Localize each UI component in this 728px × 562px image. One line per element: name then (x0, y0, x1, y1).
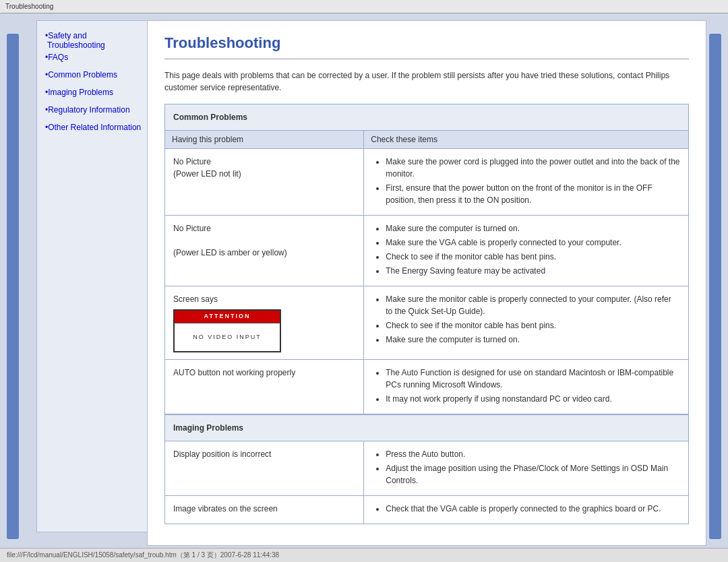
sidebar-link-safety[interactable]: •Safety and Troubleshooting (45, 31, 148, 50)
status-bar: file:///F/lcd/manual/ENGLISH/15058/safet… (0, 548, 728, 562)
table-row: AUTO button not working properly The Aut… (165, 360, 689, 414)
attention-body: NO VIDEO INPUT (175, 323, 280, 352)
intro-text: This page deals with problems that can b… (164, 69, 689, 94)
sidebar-group-safety: •Safety and Troubleshooting •FAQs (45, 31, 148, 62)
solution-item: Check that the VGA cable is properly con… (386, 503, 680, 515)
table-row: No Picture(Power LED is amber or yellow)… (165, 216, 689, 286)
title-divider (164, 59, 689, 59)
table-row: Image vibrates on the screen Check that … (165, 496, 689, 524)
solution-cell: The Auto Function is designed for use on… (364, 360, 689, 414)
solution-cell: Press the Auto button. Adjust the image … (364, 441, 689, 496)
problem-cell: No Picture(Power LED is amber or yellow) (165, 216, 364, 286)
sidebar-link-imaging-problems[interactable]: •Imaging Problems (45, 88, 148, 97)
table-row: No Picture(Power LED not lit) Make sure … (165, 149, 689, 216)
right-decoration-bar (709, 34, 721, 539)
imaging-problems-header: Imaging Problems (165, 415, 689, 441)
solution-item: Press the Auto button. (386, 448, 680, 460)
sidebar-group-common: •Common Problems (45, 70, 148, 80)
solution-cell: Make sure the monitor cable is properly … (364, 286, 689, 360)
sidebar-link-regulatory[interactable]: •Regulatory Information (45, 105, 148, 115)
screen-says-label: Screen says (173, 294, 218, 304)
solution-cell: Check that the VGA cable is properly con… (364, 496, 689, 524)
common-problems-table: Common Problems Having this problem Chec… (164, 104, 689, 414)
solution-item: First, ensure that the power button on t… (386, 182, 680, 206)
solution-item: Make sure the VGA cable is properly conn… (386, 237, 680, 249)
problem-cell: Image vibrates on the screen (165, 496, 364, 524)
sidebar: •Safety and Troubleshooting •FAQs •Commo… (36, 20, 156, 532)
problem-cell: No Picture(Power LED not lit) (165, 149, 364, 216)
footer-text: file:///F/lcd/manual/ENGLISH/15058/safet… (7, 551, 279, 559)
main-content: Troubleshooting This page deals with pro… (147, 20, 706, 546)
problem-cell: Display position is incorrect (165, 441, 364, 496)
imaging-problems-table: Imaging Problems Display position is inc… (164, 414, 689, 524)
col-header-solution: Check these items (364, 131, 689, 149)
solution-item: Make sure the monitor cable is properly … (386, 293, 680, 317)
solution-item: Check to see if the monitor cable has be… (386, 251, 680, 263)
attention-box: ATTENTION NO VIDEO INPUT (173, 309, 281, 352)
solution-item: Check to see if the monitor cable has be… (386, 319, 680, 332)
sidebar-link-other[interactable]: •Other Related Information (45, 123, 148, 132)
problem-cell: AUTO button not working properly (165, 360, 364, 414)
table-row: Display position is incorrect Press the … (165, 441, 689, 496)
sidebar-link-faqs[interactable]: •FAQs (45, 53, 148, 62)
solution-cell: Make sure the computer is turned on. Mak… (364, 216, 689, 286)
sidebar-group-other: •Other Related Information (45, 123, 148, 132)
solution-item: Make sure the computer is turned on. (386, 334, 680, 346)
left-decoration-bar (7, 34, 19, 539)
table-row: Screen says ATTENTION NO VIDEO INPUT Mak… (165, 286, 689, 360)
sidebar-group-imaging: •Imaging Problems (45, 88, 148, 97)
solution-item: Make sure the power cord is plugged into… (386, 156, 680, 180)
solution-item: The Energy Saving feature may be activat… (386, 265, 680, 277)
col-header-problem: Having this problem (165, 131, 364, 149)
page-title: Troubleshooting (164, 34, 689, 52)
sidebar-link-common-problems[interactable]: •Common Problems (45, 70, 148, 80)
solution-item: The Auto Function is designed for use on… (386, 367, 680, 391)
solution-cell: Make sure the power cord is plugged into… (364, 149, 689, 216)
problem-cell-screen-says: Screen says ATTENTION NO VIDEO INPUT (165, 286, 364, 360)
solution-item: It may not work properly if using nonsta… (386, 393, 680, 405)
common-problems-header: Common Problems (165, 104, 689, 131)
browser-title: Troubleshooting (5, 3, 53, 10)
attention-header: ATTENTION (175, 311, 280, 323)
solution-item: Make sure the computer is turned on. (386, 222, 680, 235)
solution-item: Adjust the image position using the Phas… (386, 462, 680, 487)
sidebar-group-regulatory: •Regulatory Information (45, 105, 148, 115)
